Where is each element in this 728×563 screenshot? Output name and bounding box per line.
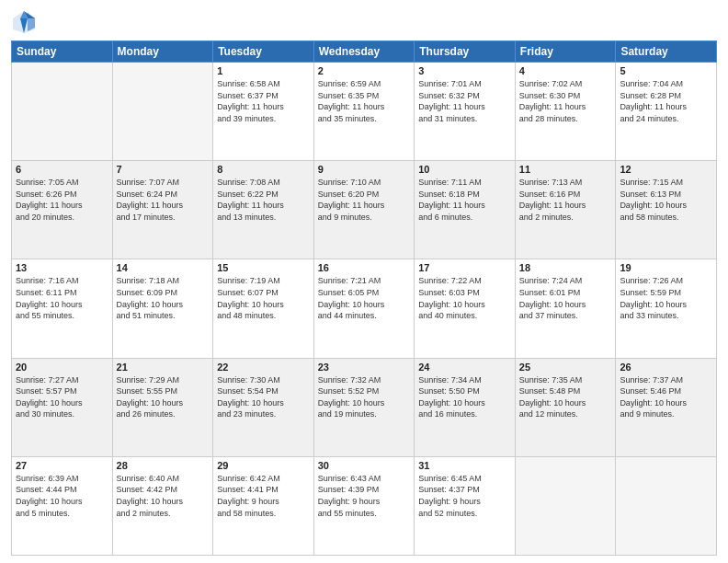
- logo: [11, 9, 40, 35]
- calendar-cell: 9Sunrise: 7:10 AM Sunset: 6:20 PM Daylig…: [313, 161, 415, 259]
- day-number: 23: [318, 362, 411, 373]
- calendar-cell: 27Sunrise: 6:39 AM Sunset: 4:44 PM Dayli…: [12, 456, 113, 555]
- day-number: 22: [217, 362, 310, 373]
- day-info: Sunrise: 7:15 AM Sunset: 6:13 PM Dayligh…: [620, 177, 712, 223]
- calendar-cell: [616, 456, 717, 555]
- day-number: 4: [519, 65, 612, 76]
- day-number: 12: [620, 164, 712, 175]
- day-info: Sunrise: 6:59 AM Sunset: 6:35 PM Dayligh…: [318, 78, 411, 124]
- day-number: 13: [16, 262, 108, 273]
- day-number: 30: [318, 460, 411, 471]
- day-number: 28: [117, 460, 210, 471]
- weekday-header-thursday: Thursday: [415, 41, 516, 63]
- calendar-cell: 16Sunrise: 7:21 AM Sunset: 6:05 PM Dayli…: [313, 259, 415, 358]
- calendar-cell: 23Sunrise: 7:32 AM Sunset: 5:52 PM Dayli…: [313, 358, 415, 456]
- day-info: Sunrise: 7:10 AM Sunset: 6:20 PM Dayligh…: [318, 177, 411, 223]
- day-info: Sunrise: 6:45 AM Sunset: 4:37 PM Dayligh…: [418, 473, 511, 519]
- weekday-header-friday: Friday: [515, 41, 616, 63]
- day-info: Sunrise: 6:42 AM Sunset: 4:41 PM Dayligh…: [217, 473, 310, 519]
- calendar-week-row: 20Sunrise: 7:27 AM Sunset: 5:57 PM Dayli…: [12, 358, 717, 456]
- day-number: 20: [16, 362, 108, 373]
- day-info: Sunrise: 7:02 AM Sunset: 6:30 PM Dayligh…: [519, 78, 612, 124]
- day-number: 25: [519, 362, 612, 373]
- calendar-cell: 28Sunrise: 6:40 AM Sunset: 4:42 PM Dayli…: [112, 456, 213, 555]
- calendar-cell: [112, 63, 213, 161]
- day-number: 18: [519, 262, 612, 273]
- calendar-week-row: 6Sunrise: 7:05 AM Sunset: 6:26 PM Daylig…: [12, 161, 717, 259]
- calendar-cell: 1Sunrise: 6:58 AM Sunset: 6:37 PM Daylig…: [213, 63, 314, 161]
- day-info: Sunrise: 7:26 AM Sunset: 5:59 PM Dayligh…: [620, 275, 712, 321]
- day-number: 6: [16, 164, 108, 175]
- day-info: Sunrise: 6:58 AM Sunset: 6:37 PM Dayligh…: [217, 78, 310, 124]
- calendar-cell: 12Sunrise: 7:15 AM Sunset: 6:13 PM Dayli…: [616, 161, 717, 259]
- day-number: 14: [117, 262, 210, 273]
- calendar-cell: 30Sunrise: 6:43 AM Sunset: 4:39 PM Dayli…: [313, 456, 415, 555]
- day-number: 3: [418, 65, 511, 76]
- calendar-cell: 4Sunrise: 7:02 AM Sunset: 6:30 PM Daylig…: [515, 63, 616, 161]
- calendar-cell: 26Sunrise: 7:37 AM Sunset: 5:46 PM Dayli…: [616, 358, 717, 456]
- day-number: 16: [318, 262, 411, 273]
- weekday-header-tuesday: Tuesday: [213, 41, 314, 63]
- day-info: Sunrise: 7:29 AM Sunset: 5:55 PM Dayligh…: [117, 374, 210, 420]
- calendar-week-row: 27Sunrise: 6:39 AM Sunset: 4:44 PM Dayli…: [12, 456, 717, 555]
- calendar-cell: 11Sunrise: 7:13 AM Sunset: 6:16 PM Dayli…: [515, 161, 616, 259]
- weekday-header-wednesday: Wednesday: [313, 41, 415, 63]
- calendar-cell: 13Sunrise: 7:16 AM Sunset: 6:11 PM Dayli…: [12, 259, 113, 358]
- calendar-cell: 24Sunrise: 7:34 AM Sunset: 5:50 PM Dayli…: [415, 358, 516, 456]
- calendar-cell: 31Sunrise: 6:45 AM Sunset: 4:37 PM Dayli…: [415, 456, 516, 555]
- day-info: Sunrise: 7:01 AM Sunset: 6:32 PM Dayligh…: [418, 78, 511, 124]
- calendar-cell: 19Sunrise: 7:26 AM Sunset: 5:59 PM Dayli…: [616, 259, 717, 358]
- calendar-cell: 10Sunrise: 7:11 AM Sunset: 6:18 PM Dayli…: [415, 161, 516, 259]
- calendar-cell: 20Sunrise: 7:27 AM Sunset: 5:57 PM Dayli…: [12, 358, 113, 456]
- header: [11, 9, 717, 35]
- calendar-cell: [12, 63, 113, 161]
- calendar-cell: 21Sunrise: 7:29 AM Sunset: 5:55 PM Dayli…: [112, 358, 213, 456]
- calendar-cell: 18Sunrise: 7:24 AM Sunset: 6:01 PM Dayli…: [515, 259, 616, 358]
- day-info: Sunrise: 7:24 AM Sunset: 6:01 PM Dayligh…: [519, 275, 612, 321]
- day-info: Sunrise: 7:35 AM Sunset: 5:48 PM Dayligh…: [519, 374, 612, 420]
- calendar-cell: 25Sunrise: 7:35 AM Sunset: 5:48 PM Dayli…: [515, 358, 616, 456]
- calendar-table: SundayMondayTuesdayWednesdayThursdayFrid…: [11, 40, 717, 556]
- calendar-cell: 3Sunrise: 7:01 AM Sunset: 6:32 PM Daylig…: [415, 63, 516, 161]
- day-info: Sunrise: 7:07 AM Sunset: 6:24 PM Dayligh…: [117, 177, 210, 223]
- day-info: Sunrise: 7:05 AM Sunset: 6:26 PM Dayligh…: [16, 177, 108, 223]
- logo-icon: [11, 9, 37, 35]
- day-number: 8: [217, 164, 310, 175]
- day-info: Sunrise: 7:22 AM Sunset: 6:03 PM Dayligh…: [418, 275, 511, 321]
- calendar-cell: 17Sunrise: 7:22 AM Sunset: 6:03 PM Dayli…: [415, 259, 516, 358]
- page: SundayMondayTuesdayWednesdayThursdayFrid…: [0, 0, 728, 563]
- day-number: 27: [16, 460, 108, 471]
- day-info: Sunrise: 7:04 AM Sunset: 6:28 PM Dayligh…: [620, 78, 712, 124]
- day-info: Sunrise: 6:39 AM Sunset: 4:44 PM Dayligh…: [16, 473, 108, 519]
- day-number: 11: [519, 164, 612, 175]
- calendar-week-row: 13Sunrise: 7:16 AM Sunset: 6:11 PM Dayli…: [12, 259, 717, 358]
- weekday-header-sunday: Sunday: [12, 41, 113, 63]
- day-info: Sunrise: 7:30 AM Sunset: 5:54 PM Dayligh…: [217, 374, 310, 420]
- day-number: 5: [620, 65, 712, 76]
- day-info: Sunrise: 6:43 AM Sunset: 4:39 PM Dayligh…: [318, 473, 411, 519]
- day-number: 7: [117, 164, 210, 175]
- calendar-cell: 29Sunrise: 6:42 AM Sunset: 4:41 PM Dayli…: [213, 456, 314, 555]
- day-info: Sunrise: 7:37 AM Sunset: 5:46 PM Dayligh…: [620, 374, 712, 420]
- day-number: 29: [217, 460, 310, 471]
- day-info: Sunrise: 7:16 AM Sunset: 6:11 PM Dayligh…: [16, 275, 108, 321]
- day-info: Sunrise: 7:21 AM Sunset: 6:05 PM Dayligh…: [318, 275, 411, 321]
- calendar-cell: 8Sunrise: 7:08 AM Sunset: 6:22 PM Daylig…: [213, 161, 314, 259]
- day-info: Sunrise: 7:13 AM Sunset: 6:16 PM Dayligh…: [519, 177, 612, 223]
- day-number: 21: [117, 362, 210, 373]
- day-number: 19: [620, 262, 712, 273]
- weekday-header-row: SundayMondayTuesdayWednesdayThursdayFrid…: [12, 41, 717, 63]
- day-number: 31: [418, 460, 511, 471]
- day-info: Sunrise: 7:18 AM Sunset: 6:09 PM Dayligh…: [117, 275, 210, 321]
- day-info: Sunrise: 7:19 AM Sunset: 6:07 PM Dayligh…: [217, 275, 310, 321]
- calendar-cell: 5Sunrise: 7:04 AM Sunset: 6:28 PM Daylig…: [616, 63, 717, 161]
- day-number: 9: [318, 164, 411, 175]
- weekday-header-saturday: Saturday: [616, 41, 717, 63]
- day-info: Sunrise: 7:11 AM Sunset: 6:18 PM Dayligh…: [418, 177, 511, 223]
- weekday-header-monday: Monday: [112, 41, 213, 63]
- day-info: Sunrise: 7:27 AM Sunset: 5:57 PM Dayligh…: [16, 374, 108, 420]
- calendar-cell: 14Sunrise: 7:18 AM Sunset: 6:09 PM Dayli…: [112, 259, 213, 358]
- day-number: 26: [620, 362, 712, 373]
- day-info: Sunrise: 6:40 AM Sunset: 4:42 PM Dayligh…: [117, 473, 210, 519]
- day-number: 17: [418, 262, 511, 273]
